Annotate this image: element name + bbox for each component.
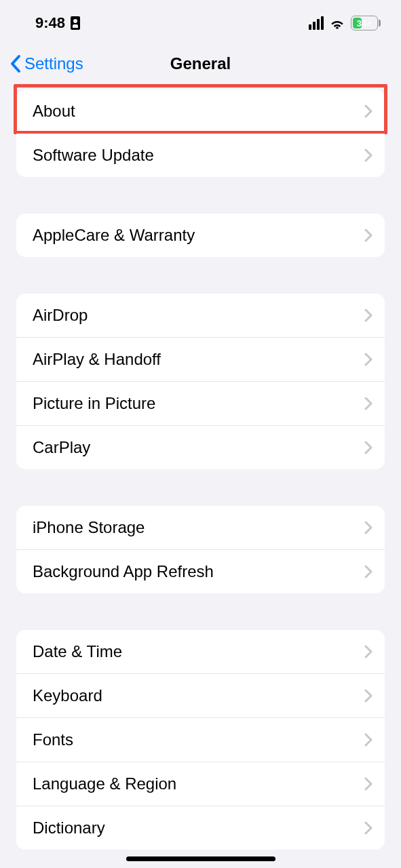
row-label: CarPlay [33,438,364,457]
chevron-right-icon [364,777,373,791]
row-airdrop[interactable]: AirDrop [16,294,385,338]
row-language-region[interactable]: Language & Region [16,762,385,806]
chevron-right-icon [364,689,373,703]
settings-group-3: AirDrop AirPlay & Handoff Picture in Pic… [16,294,385,469]
back-label: Settings [24,54,83,73]
chevron-right-icon [364,149,373,162]
chevron-right-icon [364,104,373,118]
row-applecare[interactable]: AppleCare & Warranty [16,214,385,257]
settings-group-5: Date & Time Keyboard Fonts Language & Re… [16,630,385,850]
row-background-app-refresh[interactable]: Background App Refresh [16,550,385,593]
row-airplay[interactable]: AirPlay & Handoff [16,338,385,382]
row-carplay[interactable]: CarPlay [16,426,385,469]
settings-group-4: iPhone Storage Background App Refresh [16,506,385,593]
home-indicator[interactable] [126,856,275,861]
chevron-right-icon [364,229,373,242]
row-label: Fonts [33,730,364,749]
navigation-bar: Settings General [0,41,401,90]
status-left: 9:48 [35,14,80,32]
row-label: AppleCare & Warranty [33,226,364,245]
chevron-right-icon [364,565,373,578]
settings-group-1: About Software Update [16,90,385,177]
row-label: Date & Time [33,642,364,661]
wifi-icon [329,17,345,29]
row-label: iPhone Storage [33,518,364,537]
row-label: AirDrop [33,306,364,325]
status-bar: 9:48 34⚡︎ [0,0,401,41]
row-label: Background App Refresh [33,562,364,581]
row-label: Keyboard [33,686,364,705]
portrait-lock-icon [71,16,80,30]
row-label: About [33,102,364,121]
chevron-right-icon [364,353,373,366]
chevron-right-icon [364,821,373,835]
cellular-signal-icon [309,16,324,30]
row-keyboard[interactable]: Keyboard [16,674,385,718]
row-dictionary[interactable]: Dictionary [16,806,385,850]
chevron-left-icon [9,54,22,73]
back-button[interactable]: Settings [9,54,83,73]
settings-group-2: AppleCare & Warranty [16,214,385,257]
row-iphone-storage[interactable]: iPhone Storage [16,506,385,550]
row-label: Picture in Picture [33,394,364,413]
chevron-right-icon [364,397,373,410]
row-label: AirPlay & Handoff [33,350,364,369]
chevron-right-icon [364,309,373,322]
row-software-update[interactable]: Software Update [16,134,385,177]
chevron-right-icon [364,733,373,747]
chevron-right-icon [364,441,373,454]
status-right: 34⚡︎ [309,16,381,31]
row-label: Dictionary [33,818,364,837]
row-label: Language & Region [33,774,364,793]
row-label: Software Update [33,146,364,165]
chevron-right-icon [364,645,373,658]
row-date-time[interactable]: Date & Time [16,630,385,674]
row-fonts[interactable]: Fonts [16,718,385,762]
chevron-right-icon [364,521,373,534]
battery-icon: 34⚡︎ [351,16,381,31]
status-time: 9:48 [35,14,65,32]
row-about[interactable]: About [16,90,385,134]
row-picture-in-picture[interactable]: Picture in Picture [16,382,385,426]
